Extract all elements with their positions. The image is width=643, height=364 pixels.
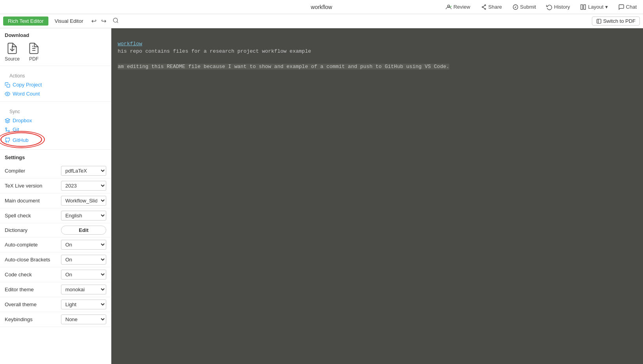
autoclose-row: Auto-close Brackets On	[0, 252, 111, 267]
actions-section: Actions Copy Project Word Count	[0, 66, 111, 102]
copy-project-link[interactable]: Copy Project	[5, 80, 106, 89]
svg-point-1	[482, 6, 483, 7]
dictionary-row: Dictionary Edit	[0, 223, 111, 237]
dropbox-icon	[5, 118, 10, 123]
review-button[interactable]: Review	[443, 3, 473, 11]
top-bar: workflow Review Share Submit History Lay…	[0, 0, 643, 14]
github-link[interactable]: GitHub	[5, 136, 31, 145]
editor-theme-row: Editor theme monokai	[0, 282, 111, 297]
compiler-row: Compiler pdfLaTeX	[0, 164, 111, 178]
submit-button[interactable]: Submit	[510, 3, 538, 11]
main-layout: Download Source PDF	[0, 28, 643, 364]
main-doc-label: Main document	[5, 198, 61, 204]
keybindings-select[interactable]: None	[61, 314, 106, 324]
rich-text-editor-tab[interactable]: Rich Text Editor	[3, 17, 48, 26]
dictionary-edit-button[interactable]: Edit	[61, 226, 106, 235]
autoclose-label: Auto-close Brackets	[5, 257, 61, 263]
svg-point-0	[448, 5, 450, 7]
main-doc-row: Main document Workflow_Slides/	[0, 193, 111, 208]
pdf-download-icon	[28, 42, 40, 55]
texlive-select[interactable]: 2023	[61, 181, 106, 191]
actions-title: Actions	[5, 69, 106, 80]
svg-rect-17	[7, 84, 10, 87]
svg-point-3	[485, 8, 486, 9]
git-icon	[5, 127, 10, 132]
editor-line-3: am editing this README file because I wa…	[118, 64, 449, 70]
spellcheck-row: Spell check English	[0, 208, 111, 223]
compiler-select[interactable]: pdfLaTeX	[61, 166, 106, 176]
spellcheck-select[interactable]: English	[61, 211, 106, 221]
keybindings-label: Keybindings	[5, 316, 61, 322]
source-icon	[6, 42, 18, 55]
texlive-row: TeX Live version 2023	[0, 178, 111, 193]
keybindings-row: Keybindings None	[0, 312, 111, 327]
svg-line-4	[483, 6, 485, 7]
eye-icon	[5, 91, 10, 97]
search-button[interactable]	[109, 16, 122, 26]
search-icon	[113, 17, 119, 24]
overall-theme-label: Overall theme	[5, 301, 61, 307]
history-icon	[546, 4, 552, 10]
sidebar: Download Source PDF	[0, 28, 111, 364]
layout-chevron: ▾	[605, 4, 608, 10]
settings-title: Settings	[0, 153, 111, 164]
texlive-label: TeX Live version	[5, 183, 61, 189]
dictionary-label: Dictionary	[5, 227, 61, 233]
svg-point-19	[8, 130, 10, 132]
undo-button[interactable]: ↩	[90, 16, 98, 26]
autocomplete-row: Auto-complete On	[0, 237, 111, 252]
chat-icon	[618, 4, 625, 10]
submit-icon	[512, 4, 519, 10]
review-icon	[445, 4, 452, 10]
redo-button[interactable]: ↪	[100, 16, 108, 26]
svg-rect-11	[597, 19, 601, 23]
svg-line-10	[117, 22, 118, 23]
svg-rect-7	[581, 5, 583, 9]
share-button[interactable]: Share	[478, 3, 504, 11]
editor-toolbar: Rich Text Editor Visual Editor ↩ ↪ Switc…	[0, 14, 643, 28]
chat-button[interactable]: Chat	[616, 3, 639, 11]
layout-button[interactable]: Layout ▾	[578, 3, 610, 11]
svg-point-18	[7, 93, 8, 95]
source-download-button[interactable]: Source	[5, 42, 20, 62]
top-bar-actions: Review Share Submit History Layout ▾ Cha…	[443, 3, 639, 11]
visual-editor-tab[interactable]: Visual Editor	[50, 17, 88, 26]
sync-section: Sync Dropbox Git GitHub	[0, 102, 111, 150]
history-button[interactable]: History	[544, 3, 572, 11]
editor-theme-select[interactable]: monokai	[61, 285, 106, 294]
pdf-icon	[596, 18, 602, 24]
sync-title: Sync	[5, 105, 106, 116]
share-icon	[480, 4, 487, 10]
editor-filename: workflow	[118, 41, 142, 47]
overall-theme-row: Overall theme Light	[0, 297, 111, 312]
overall-theme-select[interactable]: Light	[61, 300, 106, 309]
download-title: Download	[5, 32, 106, 38]
spellcheck-label: Spell check	[5, 213, 61, 219]
svg-point-2	[485, 5, 486, 6]
svg-line-5	[483, 7, 485, 8]
codecheck-select[interactable]: On	[61, 270, 106, 279]
switch-to-pdf-button[interactable]: Switch to PDF	[592, 17, 640, 26]
github-icon	[5, 138, 10, 143]
pdf-download-button[interactable]: PDF	[28, 42, 40, 62]
main-doc-select[interactable]: Workflow_Slides/	[61, 196, 106, 206]
codecheck-row: Code check On	[0, 267, 111, 282]
compiler-label: Compiler	[5, 168, 61, 174]
editor-line-1: his repo contains files for a research p…	[118, 48, 311, 54]
autocomplete-select[interactable]: On	[61, 240, 106, 250]
git-link[interactable]: Git	[5, 125, 106, 134]
svg-point-20	[6, 127, 7, 129]
autocomplete-label: Auto-complete	[5, 242, 61, 248]
svg-point-9	[113, 18, 118, 22]
editor-theme-label: Editor theme	[5, 287, 61, 292]
word-count-link[interactable]: Word Count	[5, 89, 106, 98]
svg-rect-8	[584, 5, 586, 9]
autoclose-select[interactable]: On	[61, 255, 106, 265]
download-icons: Source PDF	[5, 42, 106, 62]
download-section: Download Source PDF	[0, 28, 111, 66]
code-editor[interactable]: workflow his repo contains files for a r…	[111, 28, 643, 364]
settings-section: Settings Compiler pdfLaTeX TeX Live vers…	[0, 150, 111, 330]
codecheck-label: Code check	[5, 272, 61, 278]
dropbox-link[interactable]: Dropbox	[5, 116, 106, 125]
layout-icon	[580, 4, 586, 10]
